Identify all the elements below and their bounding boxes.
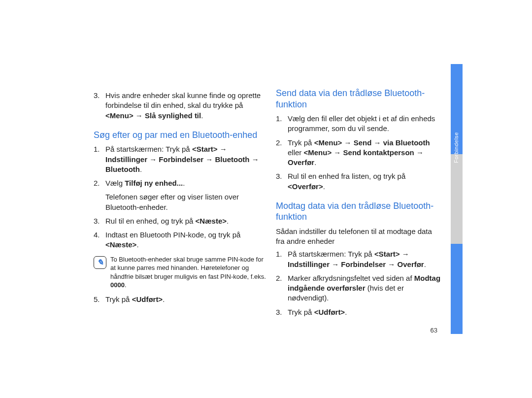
- pair-step-3: 3. Rul til en enhed, og tryk på <Næste>.: [94, 216, 266, 226]
- ui-button: <Næste>: [105, 240, 136, 249]
- heading-send-data: Send data via den trådløse Bluetooth-fun…: [276, 88, 441, 110]
- ui-sequence: <Menu> → Slå synlighed til: [105, 111, 201, 120]
- send-step-1: 1. Vælg den fil eller det objekt i et af…: [276, 114, 441, 134]
- step-text: Rul til en enhed fra listen, og tryk på: [288, 172, 405, 180]
- note-body: To Bluetooth-enheder skal bruge samme PI…: [110, 256, 266, 280]
- heading-pair-bluetooth: Søg efter og par med en Bluetooth-enhed: [94, 130, 266, 141]
- heading-receive-data: Modtag data via den trådløse Bluetooth-f…: [276, 200, 441, 223]
- pair-step-2-note: Telefonen søger efter og viser listen ov…: [105, 192, 266, 212]
- page-number: 63: [431, 327, 437, 334]
- right-column: Send data via den trådløse Bluetooth-fun…: [276, 88, 441, 321]
- step-text: eller: [288, 148, 304, 157]
- manual-page: Forbindelse 63 3. Hvis andre enheder ska…: [0, 0, 532, 398]
- side-tab-inactive: [451, 154, 463, 244]
- recv-step-2: 2. Marker afkrydsningsfeltet ved siden a…: [276, 273, 441, 303]
- step-text: Rul til en enhed, og tryk på: [105, 217, 196, 225]
- send-step-3: 3. Rul til en enhed fra listen, og tryk …: [276, 171, 441, 192]
- pair-step-1: 1. På startskærmen: Tryk på <Start> → In…: [94, 144, 266, 174]
- note-text: To Bluetooth-enheder skal bruge samme PI…: [110, 255, 266, 290]
- side-tab-active: Forbindelse: [451, 64, 463, 154]
- step-text: På startskærmen: Tryk på: [105, 145, 192, 153]
- receive-intro: Sådan indstiller du telefonen til at mod…: [276, 227, 441, 247]
- pair-step-5: 5. Tryk på <Udført>.: [94, 295, 266, 304]
- side-tab-active-lower: [451, 244, 463, 334]
- note-icon: ✎: [94, 256, 106, 269]
- side-tab-label: Forbindelse: [453, 132, 459, 163]
- recv-step-1: 1. På startskærmen: Tryk på <Start> → In…: [276, 249, 441, 269]
- recv-step-3: 3. Tryk på <Udført>.: [276, 307, 441, 317]
- left-column: 3. Hvis andre enheder skal kunne finde o…: [94, 88, 266, 321]
- ui-sequence: <Menu> → Send → via Bluetooth: [314, 138, 430, 147]
- pair-step-4: 4. Indtast en Bluetooth PIN-kode, og try…: [94, 230, 266, 250]
- step-text: På startskærmen: Tryk på: [288, 250, 374, 258]
- step-text: Indtast en Bluetooth PIN-kode, og tryk p…: [105, 231, 240, 239]
- step-text: Vælg: [105, 179, 125, 187]
- send-step-2: 2. Tryk på <Menu> → Send → via Bluetooth…: [276, 138, 441, 168]
- ui-button: <Udført>: [132, 295, 163, 303]
- step-text: Marker afkrydsningsfeltet ved siden af: [288, 274, 414, 282]
- pair-step-2: 2. Vælg Tilføj ny enhed....: [94, 178, 266, 188]
- step-text: Tryk på: [105, 295, 132, 303]
- note-pin: 0000: [110, 281, 125, 289]
- ui-sequence: <Menu> → Send kontaktperson → Overfør: [288, 148, 424, 166]
- note-block: ✎ To Bluetooth-enheder skal bruge samme …: [94, 255, 266, 290]
- ui-button: <Udført>: [314, 308, 345, 316]
- ui-label: Tilføj ny enhed...: [125, 179, 183, 187]
- step-text: Tryk på: [288, 308, 314, 316]
- ui-button: <Overfør>: [288, 182, 323, 191]
- step-text: Hvis andre enheder skal kunne finde og o…: [105, 91, 261, 109]
- step-text: Tryk på: [288, 138, 314, 147]
- step-text: Vælg den fil eller det objekt i et af di…: [288, 114, 435, 133]
- ui-button: <Næste>: [196, 217, 227, 225]
- side-tab-strip: Forbindelse: [451, 64, 463, 334]
- continued-step-3: 3. Hvis andre enheder skal kunne finde o…: [94, 91, 266, 121]
